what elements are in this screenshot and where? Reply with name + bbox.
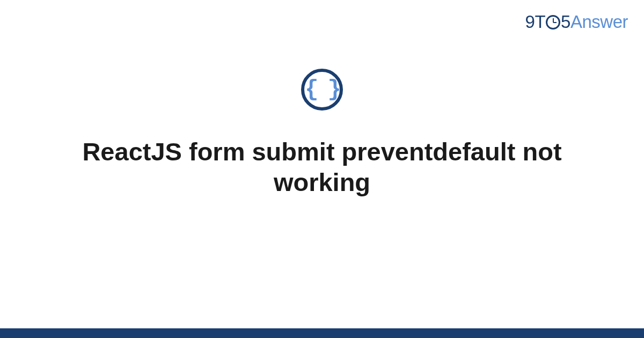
clock-icon — [546, 15, 560, 30]
page-title: ReactJS form submit preventdefault not w… — [80, 136, 564, 198]
code-braces-icon: { } — [301, 69, 343, 111]
logo-text-5: 5 — [561, 12, 570, 32]
logo-text-answer: Answer — [570, 12, 628, 32]
braces-glyph: { } — [305, 78, 339, 101]
site-logo: 9T 5 Answer — [525, 12, 628, 32]
logo-text-9t: 9T — [525, 12, 546, 32]
bottom-accent-bar — [0, 328, 644, 338]
main-content: { } ReactJS form submit preventdefault n… — [0, 69, 644, 198]
